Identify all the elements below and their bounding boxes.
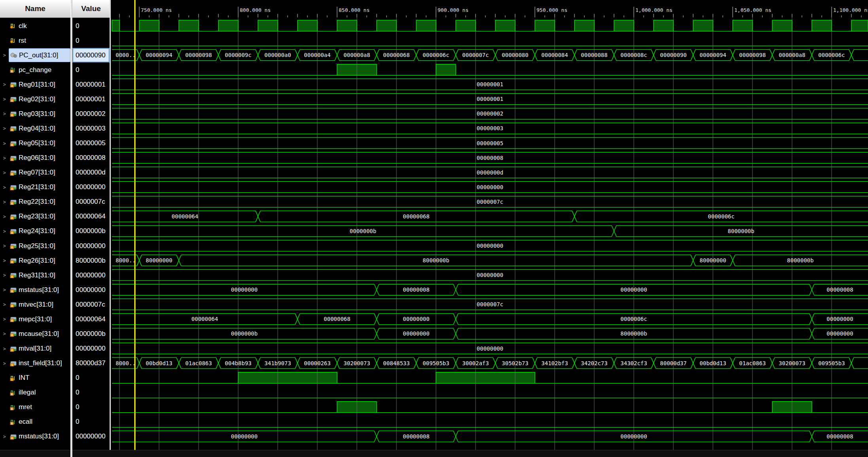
- signal-name-row-mcause-31-0-21[interactable]: >0mcause[31:0]: [0, 326, 70, 341]
- expand-chevron-icon[interactable]: >: [0, 434, 9, 440]
- expand-chevron-icon[interactable]: >: [0, 228, 9, 234]
- signal-name-cell[interactable]: 0Reg23[31:0]: [9, 210, 70, 223]
- signal-value-cell-8[interactable]: 00000005: [72, 136, 110, 151]
- signal-name-row-reg05-31-0-8[interactable]: >0Reg05[31:0]: [0, 136, 70, 151]
- expand-chevron-icon[interactable]: >: [0, 155, 9, 161]
- signal-value-cell-16[interactable]: 8000000b: [72, 253, 110, 268]
- expand-chevron-icon[interactable]: >: [0, 346, 9, 352]
- signal-name-row-mstatus-31-0-28[interactable]: >0mstatus[31:0]: [0, 429, 70, 444]
- signal-value-cell-17[interactable]: 00000000: [72, 268, 110, 283]
- expand-chevron-icon[interactable]: >: [0, 272, 9, 278]
- signal-value-cell-9[interactable]: 00000008: [72, 151, 110, 165]
- expand-chevron-icon[interactable]: >: [0, 96, 9, 102]
- waveform-canvas[interactable]: 0000..00000094000000980000009c000000a000…: [0, 0, 868, 457]
- signal-name-cell[interactable]: 0Reg05[31:0]: [9, 137, 70, 150]
- signal-name-cell[interactable]: rst: [9, 34, 70, 47]
- signal-name-row-mret-26[interactable]: 0mret: [0, 400, 70, 415]
- signal-name-row-reg06-31-0-9[interactable]: >0Reg06[31:0]: [0, 151, 70, 165]
- signal-value-cell-3[interactable]: 0: [72, 63, 110, 77]
- expand-chevron-icon[interactable]: >: [0, 170, 9, 176]
- signal-name-cell[interactable]: 0Reg21[31:0]: [9, 181, 70, 194]
- signal-value-cell-5[interactable]: 00000001: [72, 92, 110, 106]
- bottom-scrollbar-area[interactable]: [0, 450, 868, 457]
- signal-value-cell-12[interactable]: 0000007c: [72, 195, 110, 209]
- signal-name-row-reg26-31-0-16[interactable]: >0Reg26[31:0]: [0, 253, 70, 268]
- signal-name-row-clk-0[interactable]: clk: [0, 19, 70, 33]
- signal-name-cell[interactable]: 0Reg02[31:0]: [9, 93, 70, 106]
- signal-name-row-ecall-27[interactable]: 0ecall: [0, 415, 70, 429]
- signal-name-row-reg22-31-0-12[interactable]: >0Reg22[31:0]: [0, 195, 70, 209]
- value-column-header[interactable]: Value: [72, 0, 110, 18]
- signal-name-cell[interactable]: 0Reg22[31:0]: [9, 195, 70, 209]
- signal-name-row-reg25-31-0-15[interactable]: >0Reg25[31:0]: [0, 239, 70, 253]
- signal-name-cell[interactable]: 0ecall: [9, 415, 70, 429]
- signal-value-cell-26[interactable]: 0: [72, 400, 110, 415]
- signal-name-row-inst_field-31-0-23[interactable]: >1inst_field[31:0]: [0, 356, 70, 371]
- signal-value-cell-24[interactable]: 0: [72, 371, 110, 385]
- signal-value-cell-22[interactable]: 00000000: [72, 341, 110, 356]
- expand-chevron-icon[interactable]: >: [0, 214, 9, 220]
- expand-chevron-icon[interactable]: >: [0, 140, 9, 146]
- signal-name-row-pc_out-31-0-2[interactable]: >PC_out[31:0]: [0, 48, 70, 63]
- signal-value-cell-11[interactable]: 00000000: [72, 180, 110, 195]
- signal-name-row-reg04-31-0-7[interactable]: >0Reg04[31:0]: [0, 121, 70, 136]
- signal-name-row-reg01-31-0-4[interactable]: >0Reg01[31:0]: [0, 77, 70, 92]
- expand-chevron-icon[interactable]: >: [0, 243, 9, 249]
- signal-name-cell[interactable]: 0Reg24[31:0]: [9, 225, 70, 238]
- signal-name-row-mtvec-31-0-19[interactable]: >0mtvec[31:0]: [0, 297, 70, 312]
- signal-name-row-reg31-31-0-17[interactable]: >0Reg31[31:0]: [0, 268, 70, 283]
- signal-name-cell[interactable]: 0mstatus[31:0]: [9, 283, 70, 296]
- signal-value-cell-0[interactable]: 0: [72, 19, 110, 33]
- signal-value-cell-1[interactable]: 0: [72, 33, 110, 48]
- signal-value-cell-7[interactable]: 00000003: [72, 121, 110, 136]
- expand-chevron-icon[interactable]: >: [0, 125, 9, 131]
- expand-chevron-icon[interactable]: >: [0, 287, 9, 293]
- signal-name-cell[interactable]: 0mtvec[31:0]: [9, 298, 70, 311]
- signal-name-row-reg21-31-0-11[interactable]: >0Reg21[31:0]: [0, 180, 70, 195]
- signal-value-cell-28[interactable]: 00000000: [72, 429, 110, 444]
- signal-name-cell[interactable]: 0Reg04[31:0]: [9, 122, 70, 135]
- signal-value-cell-19[interactable]: 0000007c: [72, 297, 110, 312]
- signal-value-cell-2[interactable]: 00000090: [72, 48, 110, 63]
- signal-name-cell[interactable]: 1inst_field[31:0]: [9, 357, 70, 370]
- expand-chevron-icon[interactable]: >: [0, 82, 9, 87]
- signal-name-row-reg07-31-0-10[interactable]: >0Reg07[31:0]: [0, 165, 70, 180]
- signal-name-row-int-24[interactable]: 1INT: [0, 371, 70, 385]
- signal-name-cell[interactable]: 0Reg26[31:0]: [9, 254, 70, 267]
- expand-chevron-icon[interactable]: >: [0, 360, 9, 366]
- signal-name-cell[interactable]: 0Reg25[31:0]: [9, 239, 70, 252]
- signal-name-cell[interactable]: clk: [9, 19, 70, 32]
- signal-name-cell[interactable]: 0illegal: [9, 386, 70, 399]
- signal-name-cell[interactable]: 0mepc[31:0]: [9, 313, 70, 326]
- signal-value-cell-13[interactable]: 00000064: [72, 209, 110, 224]
- signal-name-cell[interactable]: 0pc_change: [9, 63, 70, 76]
- signal-name-row-mepc-31-0-20[interactable]: >0mepc[31:0]: [0, 312, 70, 326]
- value-wave-divider[interactable]: [110, 0, 111, 450]
- name-column-header[interactable]: Name: [0, 0, 70, 18]
- signal-name-row-rst-1[interactable]: rst: [0, 33, 70, 48]
- signal-name-row-reg24-31-0-14[interactable]: >0Reg24[31:0]: [0, 224, 70, 239]
- signal-value-cell-4[interactable]: 00000001: [72, 77, 110, 92]
- signal-name-row-illegal-25[interactable]: 0illegal: [0, 385, 70, 400]
- signal-value-cell-21[interactable]: 0000000b: [72, 326, 110, 341]
- signal-value-cell-18[interactable]: 00000000: [72, 283, 110, 297]
- signal-name-cell[interactable]: 0Reg07[31:0]: [9, 166, 70, 179]
- signal-name-cell[interactable]: 0mret: [9, 401, 70, 414]
- signal-value-cell-10[interactable]: 0000000d: [72, 165, 110, 180]
- signal-name-cell[interactable]: 0Reg01[31:0]: [9, 78, 70, 91]
- signal-name-cell[interactable]: PC_out[31:0]: [9, 48, 70, 62]
- expand-chevron-icon[interactable]: >: [0, 199, 9, 205]
- signal-name-row-mtval-31-0-22[interactable]: >0mtval[31:0]: [0, 341, 70, 356]
- signal-name-cell[interactable]: 0Reg31[31:0]: [9, 269, 70, 282]
- signal-value-cell-14[interactable]: 0000000b: [72, 224, 110, 239]
- signal-name-cell[interactable]: 0Reg03[31:0]: [9, 107, 70, 120]
- signal-value-cell-20[interactable]: 00000064: [72, 312, 110, 326]
- signal-name-cell[interactable]: 0Reg06[31:0]: [9, 152, 70, 165]
- expand-chevron-icon[interactable]: >: [0, 331, 9, 337]
- signal-name-cell[interactable]: 1INT: [9, 372, 70, 385]
- signal-name-row-reg03-31-0-6[interactable]: >0Reg03[31:0]: [0, 106, 70, 121]
- name-value-splitter[interactable]: [70, 0, 72, 457]
- expand-chevron-icon[interactable]: >: [0, 111, 9, 117]
- expand-chevron-icon[interactable]: >: [0, 258, 9, 264]
- signal-value-cell-15[interactable]: 00000000: [72, 239, 110, 253]
